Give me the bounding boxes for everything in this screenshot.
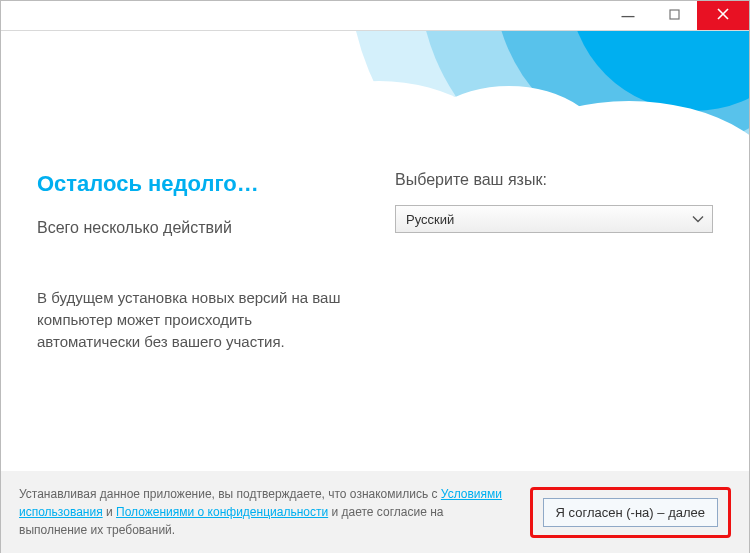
agree-next-button[interactable]: Я согласен (-на) – далее: [543, 498, 718, 527]
page-subtitle: Всего несколько действий: [37, 219, 355, 237]
info-paragraph: В будущем установка новых версий на ваш …: [37, 287, 355, 352]
footer: Устанавливая данное приложение, вы подтв…: [1, 471, 749, 553]
svg-rect-0: [670, 10, 679, 19]
language-label: Выберите ваш язык:: [395, 171, 713, 189]
highlight-box: Я согласен (-на) – далее: [530, 487, 731, 538]
minimize-icon: —: [622, 8, 635, 23]
left-column: Осталось недолго… Всего несколько действ…: [37, 171, 355, 352]
maximize-button[interactable]: [651, 1, 697, 30]
right-column: Выберите ваш язык: Русский: [395, 171, 713, 352]
legal-prefix: Устанавливая данное приложение, вы подтв…: [19, 487, 441, 501]
page-title: Осталось недолго…: [37, 171, 355, 197]
maximize-icon: [669, 8, 680, 23]
content-area: Осталось недолго… Всего несколько действ…: [1, 151, 749, 352]
titlebar: —: [1, 1, 749, 31]
privacy-link[interactable]: Положениями о конфиденциальности: [116, 505, 328, 519]
chevron-down-icon: [692, 212, 704, 227]
minimize-button[interactable]: —: [605, 1, 651, 30]
legal-mid: и: [103, 505, 116, 519]
language-select[interactable]: Русский: [395, 205, 713, 233]
legal-text: Устанавливая данное приложение, вы подтв…: [19, 485, 514, 539]
language-selected-value: Русский: [406, 212, 454, 227]
banner-graphic: [1, 31, 749, 151]
close-button[interactable]: [697, 1, 749, 30]
close-icon: [717, 8, 729, 23]
